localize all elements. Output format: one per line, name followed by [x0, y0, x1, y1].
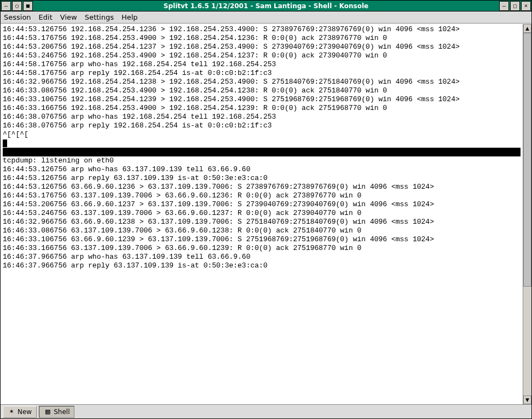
window-title: Splitvt 1.6.5 1/12/2001 - Sam Lantinga -… [33, 2, 499, 10]
titlebar[interactable]: – ○ ■ Splitvt 1.6.5 1/12/2001 - Sam Lant… [1, 1, 531, 11]
terminal-line: 16:44:53.126756 arp who-has 63.137.109.1… [3, 165, 521, 174]
menu-help[interactable]: Help [122, 13, 138, 21]
close-icon: × [524, 3, 528, 9]
terminal-line: 16:46:32.966756 192.168.254.254.1238 > 1… [3, 78, 521, 86]
terminal-line: 16:44:53.176756 63.137.109.139.7006 > 63… [3, 191, 521, 200]
close-button[interactable]: × [521, 1, 531, 11]
terminal-line: 16:44:53.126756 arp reply 63.137.109.139… [3, 174, 521, 183]
terminal-line: 16:44:53.246756 63.137.109.139.7006 > 63… [3, 209, 521, 218]
window-menu-button[interactable]: – [1, 1, 11, 11]
session-tabbar: ✶ New ▩ Shell [1, 404, 531, 418]
dash-icon: – [4, 3, 8, 9]
minimize-icon: – [502, 3, 506, 9]
vertical-scrollbar[interactable]: ▲ ▼ [523, 24, 531, 404]
scroll-up-button[interactable]: ▲ [523, 24, 531, 33]
terminal-line: tcpdump: listening on eth0 [3, 156, 521, 165]
terminal-line: 16:44:53.206756 63.66.9.60.1237 > 63.137… [3, 200, 521, 209]
terminal-line: 16:44:53.126756 63.66.9.60.1236 > 63.137… [3, 183, 521, 191]
pin-icon: ○ [15, 3, 19, 9]
terminal-line: 16:44:53.206756 192.168.254.254.1237 > 1… [3, 43, 521, 51]
terminal-cursor-line [3, 139, 521, 148]
terminal-line: 16:46:37.966756 arp reply 63.137.109.139… [3, 261, 521, 270]
splitvt-divider [3, 148, 521, 156]
terminal-line: 16:44:53.246756 192.168.254.253.4900 > 1… [3, 51, 521, 60]
scroll-down-button[interactable]: ▼ [523, 395, 531, 404]
terminal-area: 16:44:53.126756 192.168.254.254.1236 > 1… [1, 24, 531, 404]
chevron-up-icon: ▲ [525, 26, 529, 31]
konsole-window: – ○ ■ Splitvt 1.6.5 1/12/2001 - Sam Lant… [0, 0, 532, 419]
scroll-track[interactable] [523, 33, 531, 395]
tab-shell[interactable]: ▩ Shell [39, 406, 74, 418]
terminal-line: 16:46:32.966756 63.66.9.60.1238 > 63.137… [3, 218, 521, 226]
terminal-output[interactable]: 16:44:53.126756 192.168.254.254.1236 > 1… [1, 24, 523, 404]
tab-shell-label: Shell [54, 408, 70, 416]
shell-icon: ▩ [44, 408, 51, 416]
terminal-line: 16:46:38.076756 arp reply 192.168.254.25… [3, 121, 521, 130]
terminal-line: ^[^[^[ [3, 130, 521, 139]
terminal-cursor [3, 139, 7, 147]
terminal-line: 16:46:33.166756 63.137.109.139.7006 > 63… [3, 244, 521, 253]
terminal-line: 16:44:53.126756 192.168.254.254.1236 > 1… [3, 25, 521, 34]
terminal-line: 16:46:33.106756 63.66.9.60.1239 > 63.137… [3, 235, 521, 244]
menubar: Session Edit View Settings Help [1, 11, 531, 24]
menu-settings[interactable]: Settings [85, 13, 114, 21]
terminal-line: 16:44:53.176756 192.168.254.253.4900 > 1… [3, 34, 521, 43]
terminal-line: 16:46:33.106756 192.168.254.254.1239 > 1… [3, 95, 521, 104]
pin-button[interactable]: ○ [12, 1, 22, 11]
new-session-button[interactable]: ✶ New [3, 406, 37, 418]
square-icon: ■ [26, 3, 30, 9]
menu-view[interactable]: View [60, 13, 77, 21]
new-session-label: New [18, 408, 32, 416]
terminal-line: 16:44:58.176756 arp who-has 192.168.254.… [3, 60, 521, 69]
chevron-down-icon: ▼ [525, 397, 529, 403]
all-desktops-button[interactable]: ■ [23, 1, 33, 11]
terminal-line: 16:44:58.176756 arp reply 192.168.254.25… [3, 69, 521, 78]
terminal-line: 16:46:33.086756 63.137.109.139.7006 > 63… [3, 226, 521, 235]
new-session-icon: ✶ [8, 408, 15, 416]
scroll-thumb[interactable] [523, 33, 531, 287]
maximize-icon: □ [513, 3, 517, 9]
menu-edit[interactable]: Edit [39, 13, 53, 21]
minimize-button[interactable]: – [499, 1, 509, 11]
terminal-line: 16:46:37.966756 arp who-has 63.137.109.1… [3, 253, 521, 261]
menu-session[interactable]: Session [4, 13, 31, 21]
maximize-button[interactable]: □ [510, 1, 520, 11]
terminal-line: 16:46:33.086756 192.168.254.253.4900 > 1… [3, 86, 521, 95]
terminal-line: 16:46:38.076756 arp who-has 192.168.254.… [3, 113, 521, 121]
terminal-line: 16:46:33.166756 192.168.254.253.4900 > 1… [3, 104, 521, 113]
